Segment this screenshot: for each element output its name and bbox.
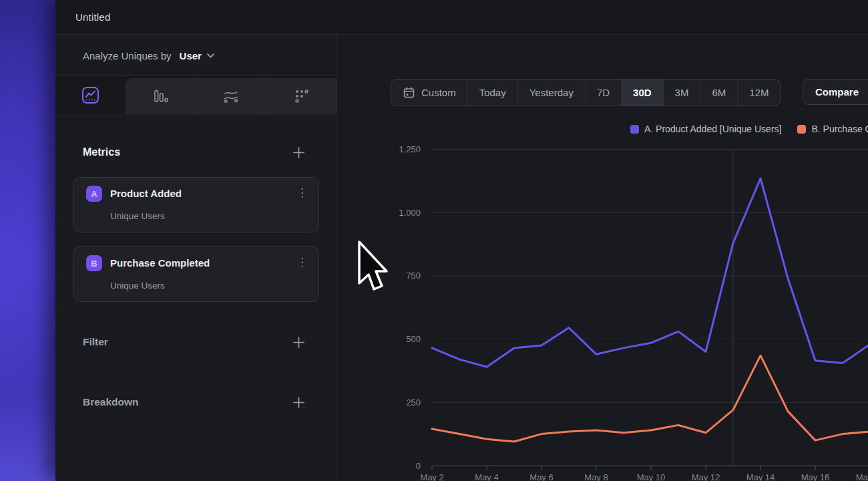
x-axis-label: May 8 [584, 472, 608, 481]
filter-header: Filter [83, 336, 108, 348]
tab-dots-funnel[interactable] [266, 78, 337, 114]
tab-line-chart[interactable] [55, 76, 126, 114]
background-gradient [0, 0, 55, 481]
x-axis-label: May 14 [746, 472, 775, 481]
x-axis-label: May 4 [475, 472, 498, 481]
metric-subtitle: Unique Users [110, 281, 165, 291]
metric-menu-button[interactable]: ⋮ [291, 184, 313, 201]
metric-badge-b: B [86, 255, 102, 271]
metric-menu-button[interactable]: ⋮ [291, 254, 313, 271]
line-chart[interactable]: 02505007501,0001,250May 2May 4May 6May 8… [337, 35, 868, 481]
app-window: Untitled Analyze Uniques by User [55, 0, 868, 481]
tab-bar-chart[interactable] [126, 78, 196, 114]
chart-type-tabs [55, 76, 337, 115]
breakdown-header: Breakdown [83, 396, 139, 408]
plus-icon [293, 337, 304, 348]
metric-card-product-added[interactable]: A Product Added Unique Users ⋮ [73, 177, 319, 232]
y-axis-label: 1,250 [399, 144, 421, 154]
top-bar: Untitled [55, 0, 868, 35]
y-axis-label: 1,000 [399, 208, 421, 218]
bar-chart-icon [152, 88, 169, 105]
metric-subtitle: Unique Users [110, 211, 165, 221]
x-axis-label: May 2 [420, 472, 443, 481]
dots-funnel-icon [293, 88, 310, 105]
breakdown-header-row: Breakdown [83, 392, 304, 412]
tab-flow-chart[interactable] [196, 78, 266, 114]
y-axis-label: 750 [406, 271, 421, 281]
chart-type-tab-group [126, 78, 337, 114]
x-axis-label: May 6 [529, 472, 553, 481]
report-title[interactable]: Untitled [75, 11, 110, 23]
series-line [432, 355, 868, 442]
plus-icon [293, 397, 304, 408]
analyze-by-row: Analyze Uniques by User [55, 35, 337, 76]
metric-title: Purchase Completed [110, 257, 210, 269]
x-axis-label: May 16 [801, 472, 830, 481]
chart-panel: CustomTodayYesterday7D30D3M6M12M Compare… [337, 35, 868, 481]
series-line [432, 178, 868, 367]
metrics-header: Metrics [83, 146, 120, 158]
metric-title: Product Added [110, 188, 182, 199]
x-axis-label: May 18 [856, 472, 868, 481]
x-axis-label: May 12 [692, 472, 720, 481]
filter-header-row: Filter [83, 332, 304, 352]
analyze-by-value: User [180, 50, 202, 61]
add-metric-button[interactable] [293, 147, 304, 158]
chevron-down-icon [207, 53, 214, 58]
metrics-header-row: Metrics [83, 142, 304, 162]
analyze-by-select[interactable]: User [180, 50, 214, 61]
metric-card-purchase-completed[interactable]: B Purchase Completed Unique Users ⋮ [73, 247, 319, 302]
line-chart-icon [81, 86, 99, 104]
add-filter-button[interactable] [293, 337, 304, 348]
y-axis-label: 0 [416, 461, 421, 471]
analyze-by-label: Analyze Uniques by [83, 50, 172, 61]
plus-icon [293, 147, 304, 158]
y-axis-label: 500 [406, 334, 421, 344]
x-axis-label: May 10 [637, 472, 666, 481]
flow-chart-icon [222, 88, 240, 105]
sidebar: Analyze Uniques by User [55, 35, 337, 481]
y-axis-label: 250 [406, 397, 421, 408]
metric-badge-a: A [86, 186, 102, 202]
add-breakdown-button[interactable] [293, 397, 304, 408]
